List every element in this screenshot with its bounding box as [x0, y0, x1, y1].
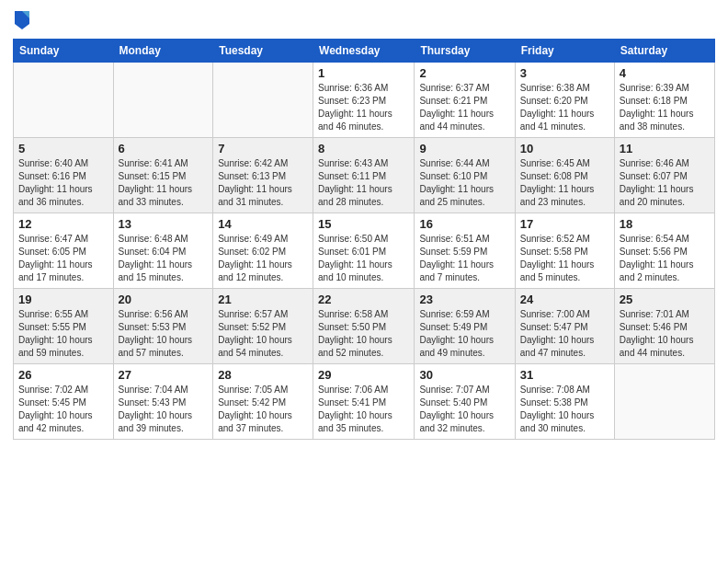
calendar-cell: 7Sunrise: 6:42 AM Sunset: 6:13 PM Daylig…: [213, 138, 313, 213]
day-info: Sunrise: 6:39 AM Sunset: 6:18 PM Dayligh…: [620, 82, 710, 133]
day-info: Sunrise: 6:56 AM Sunset: 5:53 PM Dayligh…: [119, 308, 209, 360]
week-row-3: 12Sunrise: 6:47 AM Sunset: 6:05 PM Dayli…: [14, 213, 715, 289]
day-number: 31: [520, 368, 609, 382]
calendar-cell: [113, 63, 213, 138]
day-info: Sunrise: 7:04 AM Sunset: 5:43 PM Dayligh…: [119, 384, 209, 435]
day-number: 7: [218, 142, 308, 155]
day-info: Sunrise: 6:47 AM Sunset: 6:05 PM Dayligh…: [18, 233, 108, 284]
calendar-cell: 4Sunrise: 6:39 AM Sunset: 6:18 PM Daylig…: [614, 63, 714, 138]
calendar-cell: 31Sunrise: 7:08 AM Sunset: 5:38 PM Dayli…: [515, 364, 614, 440]
weekday-header-tuesday: Tuesday: [213, 40, 313, 63]
day-number: 5: [18, 142, 108, 155]
day-number: 22: [318, 293, 409, 306]
calendar-cell: 14Sunrise: 6:49 AM Sunset: 6:02 PM Dayli…: [213, 213, 313, 289]
weekday-header-sunday: Sunday: [14, 40, 114, 63]
day-number: 27: [119, 368, 209, 382]
calendar-cell: 15Sunrise: 6:50 AM Sunset: 6:01 PM Dayli…: [313, 213, 415, 289]
day-info: Sunrise: 6:42 AM Sunset: 6:13 PM Dayligh…: [218, 157, 308, 209]
day-info: Sunrise: 7:02 AM Sunset: 5:45 PM Dayligh…: [18, 384, 108, 435]
calendar-cell: 16Sunrise: 6:51 AM Sunset: 5:59 PM Dayli…: [415, 213, 515, 289]
calendar-cell: 30Sunrise: 7:07 AM Sunset: 5:40 PM Dayli…: [415, 364, 515, 440]
day-number: 8: [318, 142, 409, 155]
weekday-header-friday: Friday: [515, 40, 614, 63]
logo: [13, 9, 35, 31]
weekday-header-row: SundayMondayTuesdayWednesdayThursdayFrid…: [14, 40, 715, 63]
day-info: Sunrise: 6:52 AM Sunset: 5:58 PM Dayligh…: [520, 233, 609, 284]
day-info: Sunrise: 6:36 AM Sunset: 6:23 PM Dayligh…: [318, 82, 409, 133]
weekday-header-wednesday: Wednesday: [313, 40, 415, 63]
calendar-cell: 24Sunrise: 7:00 AM Sunset: 5:47 PM Dayli…: [515, 289, 614, 364]
calendar-cell: 26Sunrise: 7:02 AM Sunset: 5:45 PM Dayli…: [14, 364, 114, 440]
day-number: 26: [18, 368, 108, 382]
day-number: 1: [318, 66, 409, 80]
day-info: Sunrise: 6:49 AM Sunset: 6:02 PM Dayligh…: [218, 233, 308, 284]
calendar-cell: 13Sunrise: 6:48 AM Sunset: 6:04 PM Dayli…: [113, 213, 213, 289]
day-info: Sunrise: 6:58 AM Sunset: 5:50 PM Dayligh…: [318, 308, 409, 360]
day-info: Sunrise: 6:41 AM Sunset: 6:15 PM Dayligh…: [119, 157, 209, 209]
weekday-header-thursday: Thursday: [415, 40, 515, 63]
day-info: Sunrise: 6:57 AM Sunset: 5:52 PM Dayligh…: [218, 308, 308, 360]
day-info: Sunrise: 6:46 AM Sunset: 6:07 PM Dayligh…: [620, 157, 710, 209]
weekday-header-saturday: Saturday: [614, 40, 714, 63]
calendar-cell: 2Sunrise: 6:37 AM Sunset: 6:21 PM Daylig…: [415, 63, 515, 138]
day-number: 2: [419, 66, 509, 80]
calendar-cell: [614, 364, 714, 440]
calendar-cell: 28Sunrise: 7:05 AM Sunset: 5:42 PM Dayli…: [213, 364, 313, 440]
day-number: 14: [218, 217, 308, 231]
day-number: 12: [18, 217, 108, 231]
day-number: 16: [419, 217, 509, 231]
day-number: 24: [520, 293, 609, 306]
day-number: 11: [620, 142, 710, 155]
day-number: 15: [318, 217, 409, 231]
day-info: Sunrise: 7:06 AM Sunset: 5:41 PM Dayligh…: [318, 384, 409, 435]
week-row-5: 26Sunrise: 7:02 AM Sunset: 5:45 PM Dayli…: [14, 364, 715, 440]
weekday-header-monday: Monday: [113, 40, 213, 63]
page-container: SundayMondayTuesdayWednesdayThursdayFrid…: [0, 0, 728, 563]
day-info: Sunrise: 6:55 AM Sunset: 5:55 PM Dayligh…: [18, 308, 108, 360]
calendar-cell: 19Sunrise: 6:55 AM Sunset: 5:55 PM Dayli…: [14, 289, 114, 364]
day-info: Sunrise: 6:45 AM Sunset: 6:08 PM Dayligh…: [520, 157, 609, 209]
day-number: 23: [419, 293, 509, 306]
day-number: 29: [318, 368, 409, 382]
calendar-cell: 29Sunrise: 7:06 AM Sunset: 5:41 PM Dayli…: [313, 364, 415, 440]
day-number: 19: [18, 293, 108, 306]
day-info: Sunrise: 6:44 AM Sunset: 6:10 PM Dayligh…: [419, 157, 509, 209]
calendar-cell: 8Sunrise: 6:43 AM Sunset: 6:11 PM Daylig…: [313, 138, 415, 213]
day-number: 4: [620, 66, 710, 80]
day-info: Sunrise: 6:40 AM Sunset: 6:16 PM Dayligh…: [18, 157, 108, 209]
calendar-cell: 10Sunrise: 6:45 AM Sunset: 6:08 PM Dayli…: [515, 138, 614, 213]
calendar-table: SundayMondayTuesdayWednesdayThursdayFrid…: [13, 39, 715, 440]
calendar-cell: 27Sunrise: 7:04 AM Sunset: 5:43 PM Dayli…: [113, 364, 213, 440]
header: [13, 9, 715, 31]
day-number: 9: [419, 142, 509, 155]
calendar-cell: 21Sunrise: 6:57 AM Sunset: 5:52 PM Dayli…: [213, 289, 313, 364]
logo-icon: [13, 9, 31, 31]
day-info: Sunrise: 7:01 AM Sunset: 5:46 PM Dayligh…: [620, 308, 710, 360]
day-info: Sunrise: 6:48 AM Sunset: 6:04 PM Dayligh…: [119, 233, 209, 284]
day-number: 10: [520, 142, 609, 155]
calendar-cell: 22Sunrise: 6:58 AM Sunset: 5:50 PM Dayli…: [313, 289, 415, 364]
calendar-cell: 12Sunrise: 6:47 AM Sunset: 6:05 PM Dayli…: [14, 213, 114, 289]
day-number: 18: [620, 217, 710, 231]
day-info: Sunrise: 7:00 AM Sunset: 5:47 PM Dayligh…: [520, 308, 609, 360]
week-row-4: 19Sunrise: 6:55 AM Sunset: 5:55 PM Dayli…: [14, 289, 715, 364]
day-number: 25: [620, 293, 710, 306]
day-info: Sunrise: 6:51 AM Sunset: 5:59 PM Dayligh…: [419, 233, 509, 284]
day-number: 6: [119, 142, 209, 155]
calendar-cell: 6Sunrise: 6:41 AM Sunset: 6:15 PM Daylig…: [113, 138, 213, 213]
calendar-cell: 1Sunrise: 6:36 AM Sunset: 6:23 PM Daylig…: [313, 63, 415, 138]
day-info: Sunrise: 7:08 AM Sunset: 5:38 PM Dayligh…: [520, 384, 609, 435]
day-number: 3: [520, 66, 609, 80]
day-info: Sunrise: 6:43 AM Sunset: 6:11 PM Dayligh…: [318, 157, 409, 209]
week-row-1: 1Sunrise: 6:36 AM Sunset: 6:23 PM Daylig…: [14, 63, 715, 138]
calendar-cell: [14, 63, 114, 138]
day-info: Sunrise: 7:05 AM Sunset: 5:42 PM Dayligh…: [218, 384, 308, 435]
week-row-2: 5Sunrise: 6:40 AM Sunset: 6:16 PM Daylig…: [14, 138, 715, 213]
calendar-cell: 20Sunrise: 6:56 AM Sunset: 5:53 PM Dayli…: [113, 289, 213, 364]
day-number: 20: [119, 293, 209, 306]
day-info: Sunrise: 6:37 AM Sunset: 6:21 PM Dayligh…: [419, 82, 509, 133]
day-info: Sunrise: 6:50 AM Sunset: 6:01 PM Dayligh…: [318, 233, 409, 284]
day-number: 30: [419, 368, 509, 382]
day-info: Sunrise: 6:38 AM Sunset: 6:20 PM Dayligh…: [520, 82, 609, 133]
day-info: Sunrise: 6:54 AM Sunset: 5:56 PM Dayligh…: [620, 233, 710, 284]
